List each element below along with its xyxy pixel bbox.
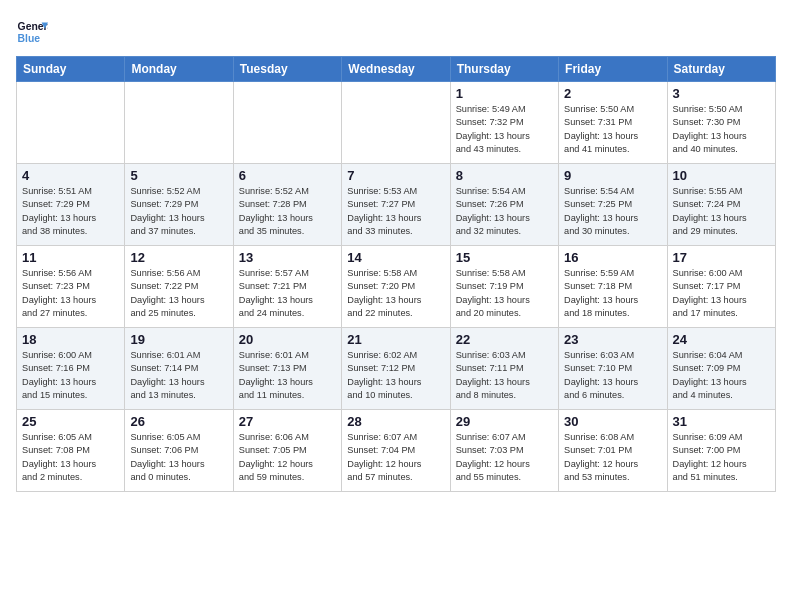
calendar-cell: 30Sunrise: 6:08 AM Sunset: 7:01 PM Dayli… xyxy=(559,410,667,492)
day-number: 25 xyxy=(22,414,119,429)
day-number: 11 xyxy=(22,250,119,265)
day-info: Sunrise: 6:00 AM Sunset: 7:16 PM Dayligh… xyxy=(22,349,119,402)
calendar-cell: 31Sunrise: 6:09 AM Sunset: 7:00 PM Dayli… xyxy=(667,410,775,492)
weekday-header-wednesday: Wednesday xyxy=(342,57,450,82)
day-number: 18 xyxy=(22,332,119,347)
calendar-cell: 16Sunrise: 5:59 AM Sunset: 7:18 PM Dayli… xyxy=(559,246,667,328)
day-number: 12 xyxy=(130,250,227,265)
calendar-cell: 17Sunrise: 6:00 AM Sunset: 7:17 PM Dayli… xyxy=(667,246,775,328)
day-number: 13 xyxy=(239,250,336,265)
day-info: Sunrise: 6:06 AM Sunset: 7:05 PM Dayligh… xyxy=(239,431,336,484)
day-number: 29 xyxy=(456,414,553,429)
day-info: Sunrise: 6:00 AM Sunset: 7:17 PM Dayligh… xyxy=(673,267,770,320)
day-number: 1 xyxy=(456,86,553,101)
calendar-cell: 21Sunrise: 6:02 AM Sunset: 7:12 PM Dayli… xyxy=(342,328,450,410)
day-number: 9 xyxy=(564,168,661,183)
calendar-cell: 1Sunrise: 5:49 AM Sunset: 7:32 PM Daylig… xyxy=(450,82,558,164)
day-info: Sunrise: 5:52 AM Sunset: 7:28 PM Dayligh… xyxy=(239,185,336,238)
day-info: Sunrise: 5:58 AM Sunset: 7:19 PM Dayligh… xyxy=(456,267,553,320)
calendar-cell: 6Sunrise: 5:52 AM Sunset: 7:28 PM Daylig… xyxy=(233,164,341,246)
day-info: Sunrise: 5:52 AM Sunset: 7:29 PM Dayligh… xyxy=(130,185,227,238)
day-number: 23 xyxy=(564,332,661,347)
logo: General Blue xyxy=(16,16,48,48)
day-info: Sunrise: 5:56 AM Sunset: 7:22 PM Dayligh… xyxy=(130,267,227,320)
calendar-cell: 9Sunrise: 5:54 AM Sunset: 7:25 PM Daylig… xyxy=(559,164,667,246)
day-number: 6 xyxy=(239,168,336,183)
calendar-body: 1Sunrise: 5:49 AM Sunset: 7:32 PM Daylig… xyxy=(17,82,776,492)
week-row-5: 25Sunrise: 6:05 AM Sunset: 7:08 PM Dayli… xyxy=(17,410,776,492)
weekday-header-tuesday: Tuesday xyxy=(233,57,341,82)
calendar-cell: 12Sunrise: 5:56 AM Sunset: 7:22 PM Dayli… xyxy=(125,246,233,328)
day-info: Sunrise: 6:01 AM Sunset: 7:13 PM Dayligh… xyxy=(239,349,336,402)
week-row-3: 11Sunrise: 5:56 AM Sunset: 7:23 PM Dayli… xyxy=(17,246,776,328)
day-info: Sunrise: 6:05 AM Sunset: 7:08 PM Dayligh… xyxy=(22,431,119,484)
day-number: 15 xyxy=(456,250,553,265)
day-number: 27 xyxy=(239,414,336,429)
day-info: Sunrise: 6:03 AM Sunset: 7:10 PM Dayligh… xyxy=(564,349,661,402)
calendar-cell xyxy=(125,82,233,164)
weekday-header-monday: Monday xyxy=(125,57,233,82)
day-info: Sunrise: 6:05 AM Sunset: 7:06 PM Dayligh… xyxy=(130,431,227,484)
calendar-cell xyxy=(233,82,341,164)
day-info: Sunrise: 5:57 AM Sunset: 7:21 PM Dayligh… xyxy=(239,267,336,320)
calendar-cell: 4Sunrise: 5:51 AM Sunset: 7:29 PM Daylig… xyxy=(17,164,125,246)
day-number: 17 xyxy=(673,250,770,265)
calendar-cell: 13Sunrise: 5:57 AM Sunset: 7:21 PM Dayli… xyxy=(233,246,341,328)
calendar-table: SundayMondayTuesdayWednesdayThursdayFrid… xyxy=(16,56,776,492)
day-info: Sunrise: 5:55 AM Sunset: 7:24 PM Dayligh… xyxy=(673,185,770,238)
calendar-cell: 27Sunrise: 6:06 AM Sunset: 7:05 PM Dayli… xyxy=(233,410,341,492)
page-header: General Blue xyxy=(16,16,776,48)
calendar-cell: 14Sunrise: 5:58 AM Sunset: 7:20 PM Dayli… xyxy=(342,246,450,328)
day-info: Sunrise: 6:07 AM Sunset: 7:04 PM Dayligh… xyxy=(347,431,444,484)
day-number: 8 xyxy=(456,168,553,183)
day-info: Sunrise: 6:01 AM Sunset: 7:14 PM Dayligh… xyxy=(130,349,227,402)
calendar-cell: 11Sunrise: 5:56 AM Sunset: 7:23 PM Dayli… xyxy=(17,246,125,328)
day-number: 4 xyxy=(22,168,119,183)
day-info: Sunrise: 5:50 AM Sunset: 7:30 PM Dayligh… xyxy=(673,103,770,156)
day-number: 7 xyxy=(347,168,444,183)
day-info: Sunrise: 5:54 AM Sunset: 7:25 PM Dayligh… xyxy=(564,185,661,238)
week-row-1: 1Sunrise: 5:49 AM Sunset: 7:32 PM Daylig… xyxy=(17,82,776,164)
day-info: Sunrise: 6:03 AM Sunset: 7:11 PM Dayligh… xyxy=(456,349,553,402)
day-info: Sunrise: 5:54 AM Sunset: 7:26 PM Dayligh… xyxy=(456,185,553,238)
day-info: Sunrise: 5:56 AM Sunset: 7:23 PM Dayligh… xyxy=(22,267,119,320)
day-info: Sunrise: 6:04 AM Sunset: 7:09 PM Dayligh… xyxy=(673,349,770,402)
day-number: 19 xyxy=(130,332,227,347)
day-number: 16 xyxy=(564,250,661,265)
day-number: 28 xyxy=(347,414,444,429)
calendar-cell: 19Sunrise: 6:01 AM Sunset: 7:14 PM Dayli… xyxy=(125,328,233,410)
day-number: 10 xyxy=(673,168,770,183)
calendar-cell: 5Sunrise: 5:52 AM Sunset: 7:29 PM Daylig… xyxy=(125,164,233,246)
weekday-header-friday: Friday xyxy=(559,57,667,82)
calendar-cell: 2Sunrise: 5:50 AM Sunset: 7:31 PM Daylig… xyxy=(559,82,667,164)
svg-text:Blue: Blue xyxy=(18,33,41,44)
day-info: Sunrise: 5:53 AM Sunset: 7:27 PM Dayligh… xyxy=(347,185,444,238)
logo-icon: General Blue xyxy=(16,16,48,48)
calendar-header: SundayMondayTuesdayWednesdayThursdayFrid… xyxy=(17,57,776,82)
calendar-cell: 18Sunrise: 6:00 AM Sunset: 7:16 PM Dayli… xyxy=(17,328,125,410)
calendar-cell: 25Sunrise: 6:05 AM Sunset: 7:08 PM Dayli… xyxy=(17,410,125,492)
day-number: 5 xyxy=(130,168,227,183)
day-info: Sunrise: 6:09 AM Sunset: 7:00 PM Dayligh… xyxy=(673,431,770,484)
calendar-cell: 3Sunrise: 5:50 AM Sunset: 7:30 PM Daylig… xyxy=(667,82,775,164)
calendar-cell xyxy=(342,82,450,164)
calendar-cell: 8Sunrise: 5:54 AM Sunset: 7:26 PM Daylig… xyxy=(450,164,558,246)
calendar-cell: 15Sunrise: 5:58 AM Sunset: 7:19 PM Dayli… xyxy=(450,246,558,328)
day-number: 3 xyxy=(673,86,770,101)
week-row-4: 18Sunrise: 6:00 AM Sunset: 7:16 PM Dayli… xyxy=(17,328,776,410)
calendar-cell: 28Sunrise: 6:07 AM Sunset: 7:04 PM Dayli… xyxy=(342,410,450,492)
day-info: Sunrise: 5:59 AM Sunset: 7:18 PM Dayligh… xyxy=(564,267,661,320)
weekday-header-saturday: Saturday xyxy=(667,57,775,82)
weekday-header-thursday: Thursday xyxy=(450,57,558,82)
day-info: Sunrise: 6:02 AM Sunset: 7:12 PM Dayligh… xyxy=(347,349,444,402)
calendar-cell: 24Sunrise: 6:04 AM Sunset: 7:09 PM Dayli… xyxy=(667,328,775,410)
day-info: Sunrise: 6:08 AM Sunset: 7:01 PM Dayligh… xyxy=(564,431,661,484)
calendar-cell: 26Sunrise: 6:05 AM Sunset: 7:06 PM Dayli… xyxy=(125,410,233,492)
calendar-cell: 22Sunrise: 6:03 AM Sunset: 7:11 PM Dayli… xyxy=(450,328,558,410)
calendar-cell: 7Sunrise: 5:53 AM Sunset: 7:27 PM Daylig… xyxy=(342,164,450,246)
day-info: Sunrise: 6:07 AM Sunset: 7:03 PM Dayligh… xyxy=(456,431,553,484)
calendar-cell: 29Sunrise: 6:07 AM Sunset: 7:03 PM Dayli… xyxy=(450,410,558,492)
day-number: 24 xyxy=(673,332,770,347)
day-number: 26 xyxy=(130,414,227,429)
day-number: 14 xyxy=(347,250,444,265)
